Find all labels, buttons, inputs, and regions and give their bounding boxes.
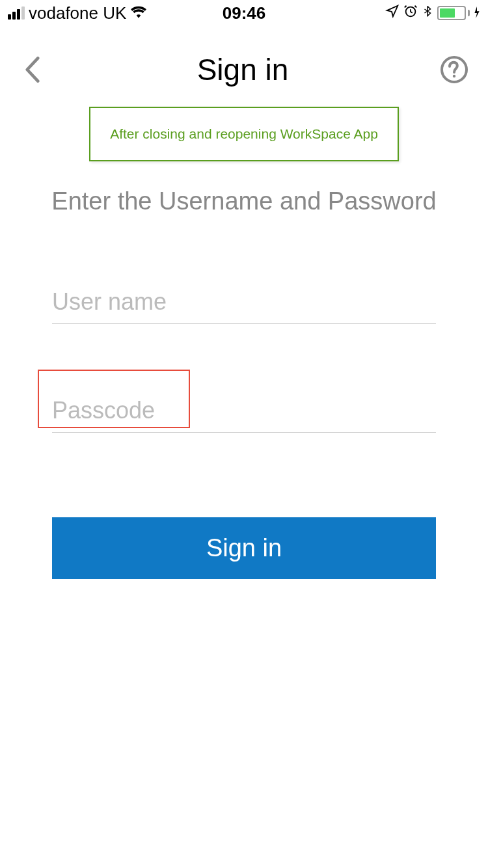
wifi-icon: [130, 4, 147, 22]
charging-icon: [474, 4, 480, 22]
help-icon: [440, 55, 468, 84]
username-field-wrap: [52, 280, 436, 324]
subtitle: Enter the Username and Password: [0, 187, 488, 215]
alarm-icon: [403, 4, 418, 22]
status-clock: 09:46: [223, 3, 266, 23]
signin-button[interactable]: Sign in: [52, 517, 436, 579]
info-banner: After closing and reopening WorkSpace Ap…: [89, 107, 399, 161]
status-right: [385, 4, 480, 22]
back-button[interactable]: [20, 57, 46, 83]
chevron-left-icon: [24, 57, 41, 83]
carrier-label: vodafone UK: [29, 3, 126, 23]
status-bar: vodafone UK 09:46: [0, 0, 488, 26]
location-icon: [385, 4, 400, 22]
passcode-input[interactable]: [52, 389, 436, 433]
page-title: Sign in: [197, 52, 289, 87]
signin-form: Sign in: [0, 280, 488, 579]
status-left: vodafone UK: [8, 3, 147, 23]
battery-icon: [437, 6, 470, 20]
banner-text: After closing and reopening WorkSpace Ap…: [110, 126, 378, 141]
nav-header: Sign in: [0, 26, 488, 100]
svg-point-2: [453, 75, 455, 77]
help-button[interactable]: [440, 55, 468, 84]
signal-icon: [8, 7, 25, 20]
username-input[interactable]: [52, 280, 436, 324]
passcode-field-wrap: [52, 389, 436, 433]
bluetooth-icon: [422, 4, 433, 22]
